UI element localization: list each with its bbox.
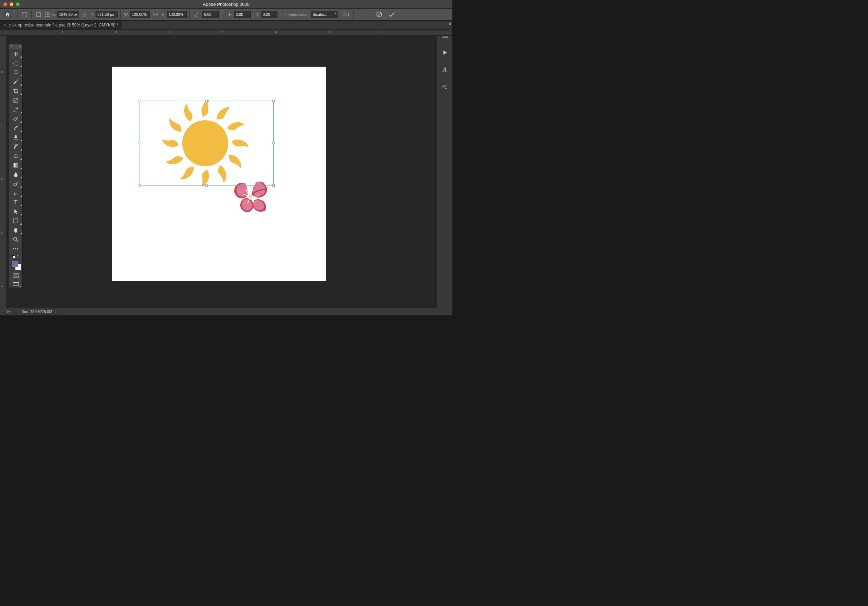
screen-mode-button[interactable]	[9, 280, 22, 288]
svg-point-22	[15, 275, 17, 277]
lasso-tool[interactable]	[9, 68, 22, 77]
workspace: 1012345 01234	[0, 29, 453, 315]
frame-tool[interactable]	[9, 96, 22, 105]
character-panel-icon[interactable]: A	[441, 66, 449, 74]
skew-h-field[interactable]	[234, 11, 251, 18]
warp-mode-icon[interactable]	[342, 10, 350, 19]
tools-panel-icon[interactable]	[441, 83, 449, 91]
dodge-tool[interactable]	[9, 179, 22, 188]
svg-rect-24	[13, 282, 19, 283]
close-window-button[interactable]	[3, 2, 7, 6]
separator	[284, 10, 284, 19]
gradient-tool[interactable]	[9, 161, 22, 170]
crop-tool[interactable]	[9, 86, 22, 96]
transform-handle-bc[interactable]	[205, 184, 208, 187]
document-tab-bar: × click up resize example file.psd @ 50%…	[0, 21, 453, 29]
interpolation-select[interactable]: Bicubic… ˅	[311, 11, 338, 18]
pen-tool[interactable]	[9, 188, 22, 198]
transform-tool-icon[interactable]	[20, 10, 28, 19]
svg-point-16	[14, 195, 14, 195]
svg-point-4	[249, 195, 252, 198]
svg-rect-7	[14, 61, 18, 65]
h-label: H:	[161, 12, 165, 17]
transform-handle-mr[interactable]	[272, 142, 275, 144]
skew-v-label: V:	[256, 12, 260, 17]
clone-stamp-tool[interactable]	[9, 133, 22, 142]
transform-handle-bl[interactable]	[138, 184, 141, 187]
quick-mask-button[interactable]	[9, 271, 22, 280]
separator	[353, 10, 354, 19]
document-tab-label: click up resize example file.psd @ 50% (…	[9, 23, 118, 28]
tools-panel[interactable]: × ›› T •••	[9, 44, 23, 288]
skew-h-label: H:	[229, 12, 233, 17]
cancel-transform-button[interactable]	[375, 10, 383, 19]
skew-v-field[interactable]	[261, 11, 277, 18]
doc-info-caret-icon[interactable]: 〉	[55, 309, 59, 314]
close-panel-icon[interactable]: ×	[11, 45, 12, 48]
canvas[interactable]	[112, 66, 326, 281]
height-scale-field[interactable]	[167, 11, 187, 18]
default-swap-colors[interactable]	[9, 253, 22, 260]
transform-handle-tr[interactable]	[272, 100, 275, 102]
document-tab[interactable]: × click up resize example file.psd @ 50%…	[0, 21, 122, 29]
transform-bounding-box[interactable]	[140, 100, 274, 186]
doc-size[interactable]: Doc: 22.0M/25.0M	[21, 309, 52, 314]
play-action-icon[interactable]	[441, 49, 449, 56]
healing-brush-tool[interactable]	[9, 114, 22, 123]
interpolation-value: Bicubic…	[313, 12, 328, 17]
maximize-window-button[interactable]	[16, 2, 20, 6]
color-swatches[interactable]	[9, 260, 22, 271]
svg-rect-13	[14, 139, 18, 139]
minimize-window-button[interactable]	[9, 2, 13, 6]
window-controls	[3, 2, 20, 6]
svg-point-10	[16, 119, 16, 119]
zoom-tool[interactable]	[9, 235, 22, 244]
edit-toolbar-button[interactable]: •••	[9, 244, 22, 253]
separator	[120, 10, 121, 19]
home-button[interactable]	[3, 10, 12, 19]
history-brush-tool[interactable]	[9, 142, 22, 151]
app-title: Adobe Photoshop 2020	[203, 2, 250, 7]
separator	[225, 10, 226, 19]
link-aspect-icon[interactable]	[151, 10, 160, 19]
options-bar: X: Y: W: H: ° H: ° V: ° Interpolation: B…	[0, 9, 453, 21]
chevron-down-icon: ˅	[335, 12, 336, 17]
path-select-tool[interactable]	[9, 207, 22, 216]
svg-point-11	[15, 119, 16, 119]
foreground-color-swatch[interactable]	[12, 261, 18, 267]
brush-tool[interactable]	[9, 123, 22, 133]
blur-tool[interactable]	[9, 170, 22, 179]
transform-handle-tl[interactable]	[138, 100, 141, 102]
move-tool[interactable]	[9, 49, 22, 59]
y-position-field[interactable]	[96, 11, 118, 18]
reference-point-icon[interactable]	[34, 10, 43, 19]
panel-menu-icon[interactable]: ››	[19, 45, 21, 48]
separator	[17, 10, 17, 19]
titlebar: Adobe Photoshop 2020	[0, 0, 453, 9]
transform-handle-tc[interactable]	[205, 100, 208, 102]
separator	[189, 10, 190, 19]
svg-point-18	[14, 237, 17, 240]
delta-icon[interactable]	[81, 10, 89, 19]
width-scale-field[interactable]	[130, 11, 150, 18]
close-tab-button[interactable]: ×	[3, 23, 6, 28]
transform-handle-ml[interactable]	[138, 142, 141, 144]
eraser-tool[interactable]	[9, 151, 22, 161]
tab-overflow-icon[interactable]: ‹‹	[449, 22, 451, 26]
type-tool[interactable]: T	[9, 198, 22, 207]
tools-panel-header[interactable]: × ››	[9, 44, 22, 49]
hand-tool[interactable]	[9, 225, 22, 235]
transform-handle-br[interactable]	[272, 184, 275, 187]
commit-transform-button[interactable]	[388, 10, 396, 19]
eyedropper-tool[interactable]	[9, 105, 22, 114]
reference-point-grid[interactable]	[44, 10, 50, 19]
shape-tool[interactable]	[9, 216, 22, 225]
svg-rect-0	[22, 12, 26, 17]
x-position-field[interactable]	[57, 11, 79, 18]
rotate-field[interactable]	[202, 11, 219, 18]
rotate-icon	[192, 10, 201, 19]
canvas-area[interactable]	[6, 36, 437, 308]
marquee-tool[interactable]	[9, 59, 22, 68]
magic-wand-tool[interactable]	[9, 77, 22, 86]
right-panel-strip: A	[437, 29, 453, 308]
